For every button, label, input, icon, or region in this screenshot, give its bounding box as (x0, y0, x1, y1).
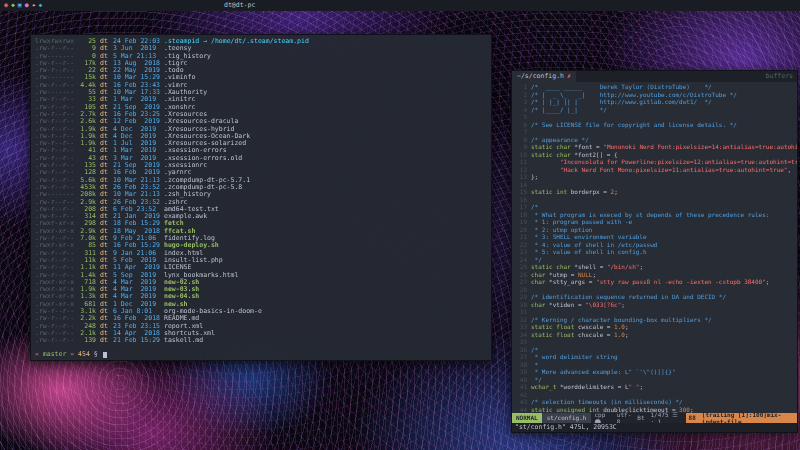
desktop-wallpaper: ◉◆▣●✦◈ dt@dt-pc lrwxrwxrwx25dt24 Feb 22:… (0, 0, 800, 450)
line-number: 36 (512, 346, 531, 354)
line-number: 31 (512, 308, 531, 316)
file-name: taskell.md (164, 337, 203, 344)
workspace-tag-icon[interactable]: ● (25, 1, 29, 9)
workspace-tag-icon[interactable]: ◈ (39, 1, 43, 9)
code-token: ; (690, 406, 694, 413)
code-token: }; (531, 173, 538, 180)
statusline-right: cpp ⬤utf-8Bt1/475 ☰ : 188[trailing [1]:1… (591, 413, 797, 423)
code-token: ; (639, 263, 643, 270)
prompt-segment: master (43, 350, 66, 358)
code-token: /* identification sequence returned in D… (531, 293, 726, 300)
code-line: 28 (512, 286, 797, 294)
code-text: * 3: SHELL environment variable (531, 233, 647, 241)
code-token: ; (625, 323, 629, 330)
line-number: 24 (512, 256, 531, 264)
code-token: /* appearance */ (531, 136, 589, 143)
code-token: ; (614, 188, 618, 195)
code-text: }; (531, 173, 538, 181)
line-number: 21 (512, 233, 531, 241)
code-text: /* See LICENSE file for copyright and li… (531, 121, 737, 129)
code-line: 19 * 1: program passed with -e (512, 218, 797, 226)
code-line: 25static char *shell = "/bin/sh"; (512, 263, 797, 271)
workspace-tag-icon[interactable]: ◆ (11, 1, 15, 9)
prompt-segment: § (94, 350, 102, 358)
workspace-tag-icon[interactable]: ✦ (32, 1, 36, 9)
terminal-window-file-list[interactable]: lrwxrwxrwx25dt24 Feb 22:03.steampid → /h… (30, 34, 492, 361)
code-token: /* | |_| || | http://www.gitlab.com/dwt1… (531, 98, 712, 105)
code-token: * 5: value of shell in config.h (531, 248, 647, 255)
code-token: /* ____ _____ Derek Taylor (DistroTube) … (531, 83, 712, 90)
code-token: *worddelimiters = L (560, 383, 629, 390)
code-line: 38 * (512, 361, 797, 369)
code-line: 12 "Hack Nerd Font Mono:pixelsize=11:ant… (512, 166, 797, 174)
statusline-segment: utf-8 (614, 413, 634, 423)
code-token (531, 166, 560, 173)
code-token: * 3: SHELL environment variable (531, 233, 647, 240)
code-token: * (531, 361, 538, 368)
code-token: static float (531, 323, 578, 330)
workspace-tag-icon[interactable]: ◉ (4, 1, 8, 9)
editor-window[interactable]: ~/s/config.h ✗ buffers 1/* ____ _____ De… (511, 70, 798, 433)
code-text: * 2: utmp option (531, 226, 592, 234)
file-list: lrwxrwxrwx25dt24 Feb 22:03.steampid → /h… (35, 38, 487, 344)
statusline-segment: 88 (686, 413, 699, 423)
code-token: 1.0 (614, 331, 625, 338)
line-number: 32 (512, 316, 531, 324)
file-permissions: .rw-r--r-- (35, 337, 76, 344)
line-number: 23 (512, 248, 531, 256)
line-number: 30 (512, 301, 531, 309)
code-text: * 5: value of shell in config.h (531, 248, 647, 256)
file-date: 21 Feb 15:29 (113, 337, 164, 344)
code-token: /* |____/ |_| */ (531, 106, 607, 113)
line-number: 2 (512, 91, 531, 99)
code-token: static char (531, 151, 574, 158)
code-token: *shell = (574, 263, 607, 270)
line-number: 18 (512, 211, 531, 219)
code-line: 34static float chscale = 1.0; (512, 331, 797, 339)
code-token: , (787, 166, 791, 173)
workspace-tag-icon[interactable]: ▣ (18, 1, 22, 9)
shell-prompt[interactable]: « master » 454 § (35, 351, 487, 358)
file-row[interactable]: .rw-r--r--139dt21 Feb 15:29taskell.md (35, 337, 487, 344)
code-text: /* | |_| || | http://www.gitlab.com/dwt1… (531, 98, 712, 106)
prompt-segment: » (66, 350, 78, 358)
vim-mode-indicator: NORMAL (512, 413, 542, 423)
line-number: 28 (512, 286, 531, 294)
code-token: * 4: value of shell in /etc/passwd (531, 241, 657, 248)
line-number: 20 (512, 226, 531, 234)
code-line: 3/* | |_| || | http://www.gitlab.com/dwt… (512, 98, 797, 106)
workspace-tags[interactable]: ◉◆▣●✦◈ (4, 0, 46, 11)
line-number: 14 (512, 181, 531, 189)
code-token: static unsigned int (531, 406, 603, 413)
code-token: cwscale = (578, 323, 614, 330)
line-number: 34 (512, 331, 531, 339)
line-number: 29 (512, 293, 531, 301)
code-token: "/bin/sh" (607, 263, 640, 270)
line-number: 3 (512, 98, 531, 106)
close-icon[interactable]: ✗ (567, 73, 571, 81)
code-line: 40 */ (512, 376, 797, 384)
line-number: 38 (512, 361, 531, 369)
line-number: 8 (512, 136, 531, 144)
buffers-label: buffers (762, 71, 797, 82)
line-number: 19 (512, 218, 531, 226)
prompt-segment: « (35, 350, 43, 358)
code-line: 6/* See LICENSE file for copyright and l… (512, 121, 797, 129)
code-text: * (531, 361, 538, 369)
code-text: /* ____ _____ Derek Taylor (DistroTube) … (531, 83, 712, 91)
statusline-segment: cpp ⬤ (591, 413, 613, 423)
code-area[interactable]: 1/* ____ _____ Derek Taylor (DistroTube)… (512, 82, 797, 413)
code-line: 26char *utmp = NULL; (512, 271, 797, 279)
editor-tab-config-h[interactable]: ~/s/config.h ✗ (512, 71, 576, 82)
vim-command-line: "st/config.h" 475L, 20953C (512, 423, 797, 432)
code-text: static char *shell = "/bin/sh"; (531, 263, 643, 271)
line-number: 43 (512, 398, 531, 406)
code-token: ; (625, 331, 629, 338)
code-token: "stty raw pass8 nl -echo -iexten -cstopb… (596, 278, 766, 285)
line-number: 27 (512, 278, 531, 286)
code-token: "Inconsolata for Powerline:pixelsize=12:… (560, 158, 797, 165)
code-text: wchar_t *worddelimiters = L" "; (531, 383, 643, 391)
code-token: *stty_args = (549, 278, 596, 285)
code-line: 1/* ____ _____ Derek Taylor (DistroTube)… (512, 83, 797, 91)
code-token: 1.0 (614, 323, 625, 330)
